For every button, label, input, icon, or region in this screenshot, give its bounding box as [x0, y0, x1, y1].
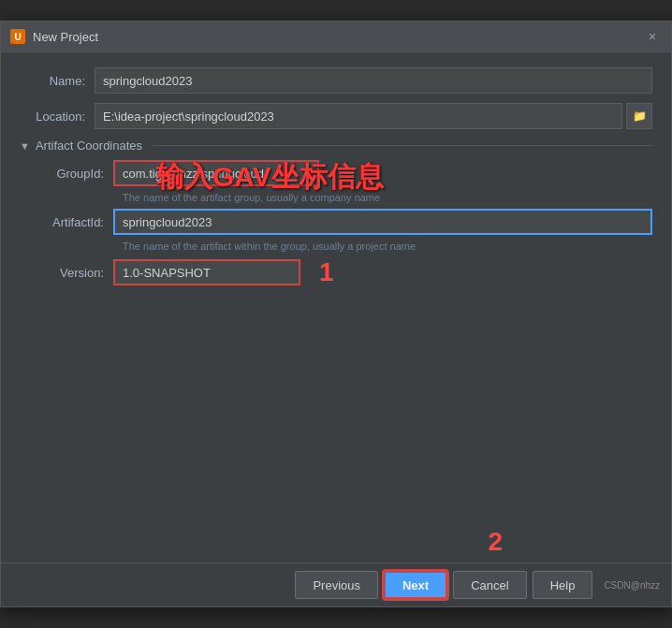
location-label: Location: — [20, 110, 95, 124]
close-button[interactable]: × — [643, 27, 662, 46]
section-divider — [152, 145, 652, 146]
content-spacer — [20, 291, 652, 553]
dialog-body: Name: Location: 📁 ▼ Artifact Coordinates — [1, 52, 671, 562]
version-row: Version: 1 — [35, 257, 652, 287]
cancel-button[interactable]: Cancel — [453, 571, 526, 599]
app-icon: U — [10, 29, 25, 44]
location-input-group: 📁 — [95, 103, 652, 129]
new-project-dialog: U New Project × Name: Location: 📁 ▼ Arti… — [0, 21, 672, 607]
dialog-title: New Project — [33, 30, 635, 44]
watermark: CSDN@nhzz — [604, 580, 660, 591]
artifactid-label: ArtifactId: — [35, 215, 113, 229]
groupid-input[interactable] — [113, 160, 319, 186]
location-input[interactable] — [95, 103, 622, 129]
name-row: Name: — [20, 67, 652, 94]
footer-wrapper: 2 Previous Next Cancel Help CSDN@nhzz — [1, 562, 671, 606]
number-1-annotation: 1 — [319, 257, 334, 287]
title-bar: U New Project × — [1, 22, 671, 52]
browse-button[interactable]: 📁 — [626, 103, 652, 129]
version-label: Version: — [35, 266, 113, 280]
previous-button[interactable]: Previous — [295, 571, 378, 599]
artifactid-section: ArtifactId: The name of the artifact wit… — [35, 209, 652, 257]
groupid-hint: The name of the artifact group, usually … — [35, 190, 652, 209]
version-input[interactable] — [113, 259, 300, 285]
artifact-section-header[interactable]: ▼ Artifact Coordinates — [20, 139, 652, 153]
artifactid-hint: The name of the artifact within the grou… — [35, 239, 652, 257]
location-row: Location: 📁 — [20, 103, 652, 129]
collapse-arrow-icon: ▼ — [20, 140, 30, 152]
name-input[interactable] — [95, 67, 652, 94]
artifactid-input[interactable] — [113, 209, 652, 235]
artifact-section-title: Artifact Coordinates — [36, 139, 142, 153]
artifactid-row: ArtifactId: — [35, 209, 652, 235]
artifact-fields: GroupId: 输入GAV坐标信息 The name of the artif… — [20, 160, 652, 287]
dialog-footer: Previous Next Cancel Help CSDN@nhzz — [1, 562, 671, 606]
folder-icon: 📁 — [633, 110, 647, 123]
name-label: Name: — [20, 74, 95, 88]
help-button[interactable]: Help — [533, 571, 593, 599]
groupid-label: GroupId: — [35, 167, 113, 181]
groupid-row: GroupId: 输入GAV坐标信息 — [35, 160, 652, 186]
next-button[interactable]: Next — [384, 571, 447, 599]
